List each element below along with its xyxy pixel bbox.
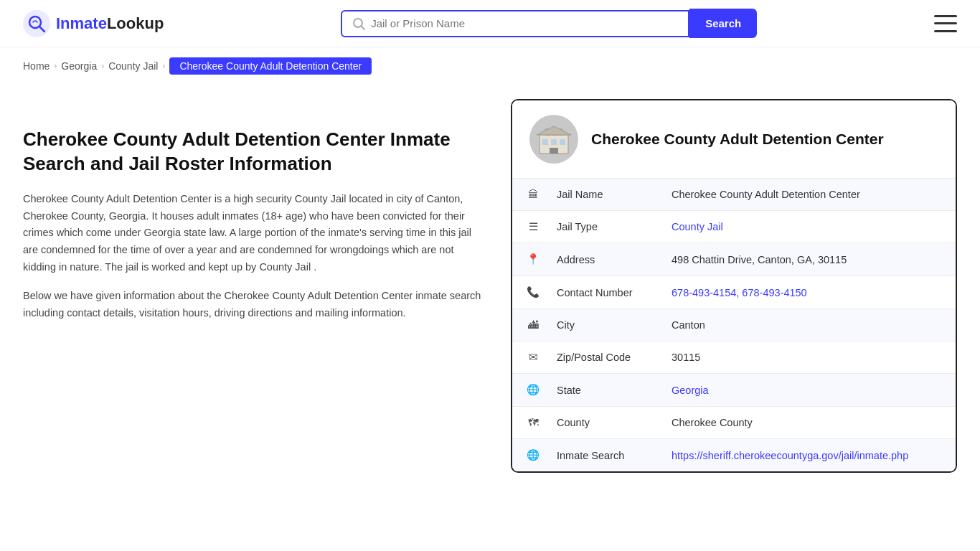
row-label: Jail Name (542, 179, 657, 211)
page-title: Cherokee County Adult Detention Center I… (23, 128, 482, 176)
search-input[interactable] (371, 17, 678, 29)
info-table: 🏛Jail NameCherokee County Adult Detentio… (512, 179, 956, 471)
svg-rect-10 (551, 139, 557, 145)
table-row: 🏛Jail NameCherokee County Adult Detentio… (512, 179, 956, 211)
hamburger-line-1 (934, 15, 957, 17)
table-row: ✉Zip/Postal Code30115 (512, 342, 956, 374)
row-value-link[interactable]: https://sheriff.cherokeecountyga.gov/jai… (672, 450, 908, 461)
row-icon: 🏛 (512, 179, 542, 211)
row-value[interactable]: County Jail (657, 211, 956, 243)
search-area: Search (341, 9, 757, 38)
row-label: Zip/Postal Code (542, 342, 657, 374)
svg-line-4 (362, 27, 364, 29)
svg-point-3 (354, 19, 362, 27)
row-value[interactable]: 678-493-4154, 678-493-4150 (657, 276, 956, 309)
table-row: 🗺CountyCherokee County (512, 407, 956, 439)
row-value-link[interactable]: Georgia (672, 385, 709, 396)
row-value-link[interactable]: County Jail (672, 221, 723, 232)
table-row: ☰Jail TypeCounty Jail (512, 211, 956, 243)
search-wrapper (341, 10, 689, 37)
row-value: Canton (657, 309, 956, 342)
row-value[interactable]: https://sheriff.cherokeecountyga.gov/jai… (657, 439, 956, 472)
svg-rect-9 (542, 139, 548, 145)
row-value[interactable]: Georgia (657, 374, 956, 407)
search-button[interactable]: Search (689, 9, 757, 38)
row-label: Inmate Search (542, 439, 657, 472)
row-icon: ☰ (512, 211, 542, 243)
breadcrumb-sep-3: › (162, 61, 165, 71)
row-icon: ✉ (512, 342, 542, 374)
svg-rect-11 (560, 139, 565, 145)
row-icon: 📞 (512, 276, 542, 309)
description-para1: Cherokee County Adult Detention Center i… (23, 191, 482, 277)
card-header: Cherokee County Adult Detention Center (512, 100, 956, 179)
hamburger-line-2 (934, 22, 957, 24)
table-row: 📍Address498 Chattin Drive, Canton, GA, 3… (512, 243, 956, 276)
breadcrumb-current: Cherokee County Adult Detention Center (169, 57, 372, 75)
row-value: 498 Chattin Drive, Canton, GA, 30115 (657, 243, 956, 276)
row-icon: 🗺 (512, 407, 542, 439)
svg-point-0 (23, 10, 50, 37)
facility-thumbnail (529, 115, 578, 164)
hamburger-menu[interactable] (934, 15, 957, 32)
breadcrumb-sep-2: › (101, 61, 104, 71)
main-layout: Cherokee County Adult Detention Center I… (0, 85, 980, 501)
row-icon: 📍 (512, 243, 542, 276)
table-row: 🏙CityCanton (512, 309, 956, 342)
table-row: 🌐Inmate Searchhttps://sheriff.cherokeeco… (512, 439, 956, 472)
breadcrumb: Home › Georgia › County Jail › Cherokee … (0, 47, 980, 85)
table-row: 🌐StateGeorgia (512, 374, 956, 407)
header: InmateLookup Search (0, 0, 980, 47)
breadcrumb-sep-1: › (54, 61, 57, 71)
row-label: Jail Type (542, 211, 657, 243)
row-label: City (542, 309, 657, 342)
row-value: 30115 (657, 342, 956, 374)
row-label: County (542, 407, 657, 439)
logo-icon (23, 10, 50, 37)
breadcrumb-home[interactable]: Home (23, 60, 50, 72)
row-value-link[interactable]: 678-493-4154, 678-493-4150 (672, 287, 807, 298)
breadcrumb-georgia[interactable]: Georgia (61, 60, 97, 72)
facility-name: Cherokee County Adult Detention Center (591, 131, 884, 148)
logo-text: InmateLookup (56, 14, 164, 33)
row-value: Cherokee County (657, 407, 956, 439)
row-icon: 🏙 (512, 309, 542, 342)
svg-rect-12 (550, 148, 558, 154)
row-icon: 🌐 (512, 439, 542, 472)
breadcrumb-county-jail[interactable]: County Jail (108, 60, 158, 72)
info-card: Cherokee County Adult Detention Center 🏛… (511, 99, 957, 473)
search-icon (352, 17, 365, 30)
hamburger-line-3 (934, 30, 957, 32)
row-icon: 🌐 (512, 374, 542, 407)
left-column: Cherokee County Adult Detention Center I… (23, 99, 482, 473)
logo-link[interactable]: InmateLookup (23, 10, 164, 37)
row-value: Cherokee County Adult Detention Center (657, 179, 956, 211)
right-column: Cherokee County Adult Detention Center 🏛… (511, 99, 957, 473)
row-label: Contact Number (542, 276, 657, 309)
facility-image (529, 115, 578, 164)
row-label: State (542, 374, 657, 407)
row-label: Address (542, 243, 657, 276)
table-row: 📞Contact Number678-493-4154, 678-493-415… (512, 276, 956, 309)
description-para2: Below we have given information about th… (23, 288, 482, 322)
